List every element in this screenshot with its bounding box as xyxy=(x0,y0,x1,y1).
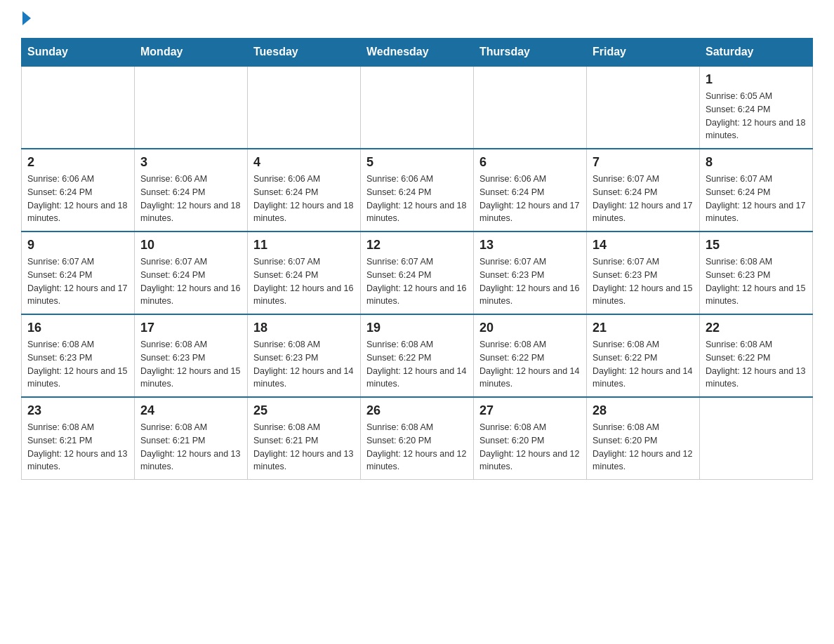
calendar-week-row: 16Sunrise: 6:08 AMSunset: 6:23 PMDayligh… xyxy=(22,314,813,397)
calendar-cell: 3Sunrise: 6:06 AMSunset: 6:24 PMDaylight… xyxy=(135,149,248,232)
calendar-cell xyxy=(135,66,248,149)
day-info: Sunrise: 6:07 AMSunset: 6:24 PMDaylight:… xyxy=(706,173,807,225)
day-info: Sunrise: 6:07 AMSunset: 6:23 PMDaylight:… xyxy=(479,255,581,308)
day-info: Sunrise: 6:08 AMSunset: 6:20 PMDaylight:… xyxy=(366,421,468,474)
day-info: Sunrise: 6:07 AMSunset: 6:24 PMDaylight:… xyxy=(366,255,468,308)
calendar-cell: 23Sunrise: 6:08 AMSunset: 6:21 PMDayligh… xyxy=(22,397,135,480)
calendar-cell: 1Sunrise: 6:05 AMSunset: 6:24 PMDaylight… xyxy=(700,66,813,149)
day-number: 5 xyxy=(366,155,468,170)
day-number: 21 xyxy=(593,321,694,335)
day-info: Sunrise: 6:06 AMSunset: 6:24 PMDaylight:… xyxy=(253,173,355,225)
day-number: 22 xyxy=(706,321,807,335)
day-info: Sunrise: 6:08 AMSunset: 6:21 PMDaylight:… xyxy=(140,421,241,474)
calendar-header-wednesday: Wednesday xyxy=(361,39,474,67)
calendar-cell: 12Sunrise: 6:07 AMSunset: 6:24 PMDayligh… xyxy=(361,232,474,314)
day-number: 20 xyxy=(479,321,581,335)
calendar-cell: 11Sunrise: 6:07 AMSunset: 6:24 PMDayligh… xyxy=(248,232,361,314)
calendar-header-row: SundayMondayTuesdayWednesdayThursdayFrid… xyxy=(22,39,813,67)
calendar-cell: 17Sunrise: 6:08 AMSunset: 6:23 PMDayligh… xyxy=(135,314,248,397)
day-number: 28 xyxy=(593,403,694,418)
calendar-cell: 9Sunrise: 6:07 AMSunset: 6:24 PMDaylight… xyxy=(22,232,135,314)
day-number: 14 xyxy=(593,238,694,253)
day-number: 7 xyxy=(593,155,694,170)
calendar-cell: 13Sunrise: 6:07 AMSunset: 6:23 PMDayligh… xyxy=(474,232,587,314)
day-number: 18 xyxy=(253,321,355,335)
day-info: Sunrise: 6:07 AMSunset: 6:24 PMDaylight:… xyxy=(140,255,241,308)
day-number: 24 xyxy=(140,403,241,418)
calendar-header-friday: Friday xyxy=(587,39,700,67)
calendar-cell: 6Sunrise: 6:06 AMSunset: 6:24 PMDaylight… xyxy=(474,149,587,232)
calendar-cell: 14Sunrise: 6:07 AMSunset: 6:23 PMDayligh… xyxy=(587,232,700,314)
day-info: Sunrise: 6:07 AMSunset: 6:24 PMDaylight:… xyxy=(253,255,355,308)
day-info: Sunrise: 6:08 AMSunset: 6:23 PMDaylight:… xyxy=(27,338,128,391)
page-header xyxy=(21,14,813,25)
calendar-cell: 27Sunrise: 6:08 AMSunset: 6:20 PMDayligh… xyxy=(474,397,587,480)
calendar-cell: 7Sunrise: 6:07 AMSunset: 6:24 PMDaylight… xyxy=(587,149,700,232)
calendar-cell: 21Sunrise: 6:08 AMSunset: 6:22 PMDayligh… xyxy=(587,314,700,397)
day-number: 25 xyxy=(253,403,355,418)
day-number: 17 xyxy=(140,321,241,335)
day-number: 3 xyxy=(140,155,241,170)
day-number: 13 xyxy=(479,238,581,253)
day-number: 26 xyxy=(366,403,468,418)
calendar-cell xyxy=(361,66,474,149)
calendar-header-saturday: Saturday xyxy=(700,39,813,67)
calendar-cell: 4Sunrise: 6:06 AMSunset: 6:24 PMDaylight… xyxy=(248,149,361,232)
day-info: Sunrise: 6:08 AMSunset: 6:23 PMDaylight:… xyxy=(253,338,355,391)
day-info: Sunrise: 6:06 AMSunset: 6:24 PMDaylight:… xyxy=(479,173,581,225)
day-number: 6 xyxy=(479,155,581,170)
day-info: Sunrise: 6:08 AMSunset: 6:22 PMDaylight:… xyxy=(593,338,694,391)
calendar-cell xyxy=(587,66,700,149)
day-number: 27 xyxy=(479,403,581,418)
day-number: 1 xyxy=(706,72,807,87)
day-number: 15 xyxy=(706,238,807,253)
day-number: 12 xyxy=(366,238,468,253)
day-number: 11 xyxy=(253,238,355,253)
calendar-cell: 15Sunrise: 6:08 AMSunset: 6:23 PMDayligh… xyxy=(700,232,813,314)
day-info: Sunrise: 6:07 AMSunset: 6:23 PMDaylight:… xyxy=(593,255,694,308)
calendar-cell: 24Sunrise: 6:08 AMSunset: 6:21 PMDayligh… xyxy=(135,397,248,480)
day-number: 2 xyxy=(27,155,128,170)
calendar-header-sunday: Sunday xyxy=(22,39,135,67)
calendar-cell: 8Sunrise: 6:07 AMSunset: 6:24 PMDaylight… xyxy=(700,149,813,232)
day-info: Sunrise: 6:08 AMSunset: 6:20 PMDaylight:… xyxy=(593,421,694,474)
calendar-header-monday: Monday xyxy=(135,39,248,67)
day-info: Sunrise: 6:08 AMSunset: 6:21 PMDaylight:… xyxy=(253,421,355,474)
calendar-week-row: 23Sunrise: 6:08 AMSunset: 6:21 PMDayligh… xyxy=(22,397,813,480)
day-number: 10 xyxy=(140,238,241,253)
day-info: Sunrise: 6:08 AMSunset: 6:22 PMDaylight:… xyxy=(366,338,468,391)
calendar-cell xyxy=(700,397,813,480)
day-info: Sunrise: 6:05 AMSunset: 6:24 PMDaylight:… xyxy=(706,90,807,142)
day-info: Sunrise: 6:06 AMSunset: 6:24 PMDaylight:… xyxy=(140,173,241,225)
day-number: 9 xyxy=(27,238,128,253)
day-number: 4 xyxy=(253,155,355,170)
day-number: 19 xyxy=(366,321,468,335)
calendar-header-thursday: Thursday xyxy=(474,39,587,67)
day-number: 23 xyxy=(27,403,128,418)
calendar-cell: 20Sunrise: 6:08 AMSunset: 6:22 PMDayligh… xyxy=(474,314,587,397)
calendar-cell: 18Sunrise: 6:08 AMSunset: 6:23 PMDayligh… xyxy=(248,314,361,397)
calendar-cell: 25Sunrise: 6:08 AMSunset: 6:21 PMDayligh… xyxy=(248,397,361,480)
calendar-cell: 26Sunrise: 6:08 AMSunset: 6:20 PMDayligh… xyxy=(361,397,474,480)
calendar-cell: 10Sunrise: 6:07 AMSunset: 6:24 PMDayligh… xyxy=(135,232,248,314)
day-number: 16 xyxy=(27,321,128,335)
calendar-cell: 28Sunrise: 6:08 AMSunset: 6:20 PMDayligh… xyxy=(587,397,700,480)
day-info: Sunrise: 6:06 AMSunset: 6:24 PMDaylight:… xyxy=(27,173,128,225)
day-info: Sunrise: 6:07 AMSunset: 6:24 PMDaylight:… xyxy=(593,173,694,225)
calendar-header-tuesday: Tuesday xyxy=(248,39,361,67)
day-info: Sunrise: 6:08 AMSunset: 6:23 PMDaylight:… xyxy=(140,338,241,391)
logo xyxy=(21,14,31,25)
calendar-cell: 19Sunrise: 6:08 AMSunset: 6:22 PMDayligh… xyxy=(361,314,474,397)
day-info: Sunrise: 6:08 AMSunset: 6:23 PMDaylight:… xyxy=(706,255,807,308)
day-info: Sunrise: 6:08 AMSunset: 6:20 PMDaylight:… xyxy=(479,421,581,474)
logo-arrow-icon xyxy=(22,11,31,25)
day-info: Sunrise: 6:07 AMSunset: 6:24 PMDaylight:… xyxy=(27,255,128,308)
calendar-week-row: 9Sunrise: 6:07 AMSunset: 6:24 PMDaylight… xyxy=(22,232,813,314)
calendar-cell: 22Sunrise: 6:08 AMSunset: 6:22 PMDayligh… xyxy=(700,314,813,397)
calendar-cell: 2Sunrise: 6:06 AMSunset: 6:24 PMDaylight… xyxy=(22,149,135,232)
day-info: Sunrise: 6:06 AMSunset: 6:24 PMDaylight:… xyxy=(366,173,468,225)
calendar-week-row: 2Sunrise: 6:06 AMSunset: 6:24 PMDaylight… xyxy=(22,149,813,232)
calendar-cell xyxy=(22,66,135,149)
calendar-cell: 5Sunrise: 6:06 AMSunset: 6:24 PMDaylight… xyxy=(361,149,474,232)
calendar-table: SundayMondayTuesdayWednesdayThursdayFrid… xyxy=(21,38,813,480)
